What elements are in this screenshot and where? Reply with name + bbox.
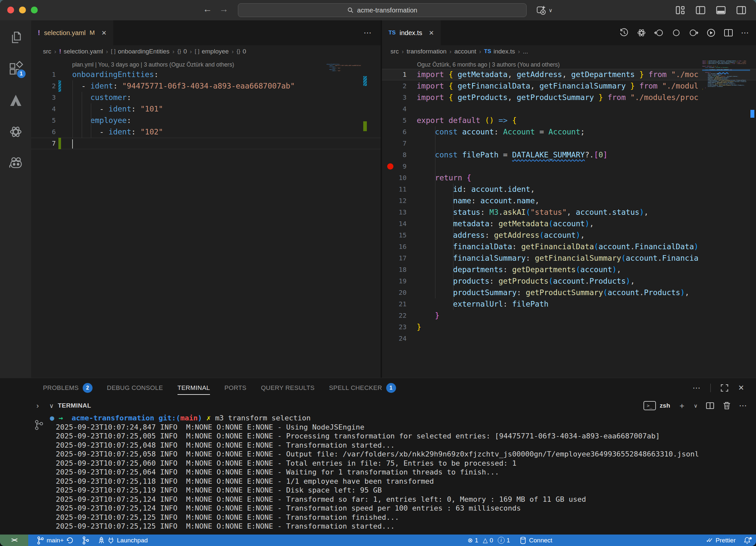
line-number[interactable]: 12 bbox=[382, 195, 407, 207]
git-branch-item[interactable]: main+ bbox=[37, 536, 73, 545]
breadcrumb-item[interactable]: transformation bbox=[407, 48, 446, 55]
run-file-icon[interactable] bbox=[706, 28, 716, 38]
line-number[interactable]: 7 bbox=[382, 138, 407, 149]
split-terminal-icon[interactable] bbox=[705, 401, 715, 410]
ai-chat-icon[interactable] bbox=[637, 28, 646, 38]
copilot-menu[interactable]: ∨ bbox=[535, 5, 553, 16]
expand-icon[interactable]: › bbox=[36, 402, 39, 410]
line-number[interactable]: 2 bbox=[31, 80, 56, 92]
code-line[interactable]: 5export default () => { bbox=[382, 115, 756, 126]
line-number[interactable]: 17 bbox=[382, 253, 407, 264]
split-editor-icon[interactable] bbox=[724, 28, 733, 38]
breadcrumb-item[interactable]: [ ]employee bbox=[195, 48, 229, 55]
navigate-forward-icon[interactable]: → bbox=[219, 4, 228, 14]
line-number[interactable]: 15 bbox=[382, 230, 407, 241]
atlassian-icon[interactable] bbox=[8, 93, 24, 108]
line-number[interactable]: 1 bbox=[382, 69, 407, 80]
yaml-editor[interactable]: 1onboardingEntities:2 - ident: "94475771… bbox=[31, 69, 381, 149]
breakpoint-icon[interactable] bbox=[387, 163, 393, 170]
panel-tab-query-results[interactable]: QUERY RESULTS bbox=[261, 378, 315, 398]
code-line[interactable]: 8 const filePath = DATALAKE_SUMMARY?.[0] bbox=[382, 149, 756, 161]
openai-icon[interactable] bbox=[8, 124, 24, 140]
line-number[interactable]: 22 bbox=[382, 310, 407, 321]
line-number[interactable]: 19 bbox=[382, 275, 407, 287]
terminal-dropdown-icon[interactable]: ∨ bbox=[694, 403, 698, 409]
line-number[interactable]: 3 bbox=[382, 92, 407, 103]
line-number[interactable]: 18 bbox=[382, 264, 407, 275]
breadcrumb-item[interactable]: TSindex.ts bbox=[484, 48, 515, 55]
line-number[interactable]: 16 bbox=[382, 241, 407, 253]
line-number[interactable]: 4 bbox=[382, 103, 407, 115]
terminal-output[interactable]: ● → acme-transformation git:(main) ✗ m3 … bbox=[46, 413, 753, 535]
code-line[interactable]: 19 products: getProducts(account.Product… bbox=[382, 275, 756, 287]
panel-tab-spell-checker[interactable]: SPELL CHECKER1 bbox=[329, 378, 396, 398]
git-graph-icon[interactable] bbox=[34, 419, 44, 430]
line-number[interactable]: 5 bbox=[382, 115, 407, 126]
panel-tab-problems[interactable]: PROBLEMS2 bbox=[43, 378, 93, 398]
breadcrumb-item[interactable]: [ ]onboardingEntities bbox=[111, 48, 170, 55]
code-line[interactable]: 4 - ident: "101" bbox=[31, 103, 381, 115]
code-line[interactable]: 3import { getProducts, getProductSummary… bbox=[382, 92, 756, 103]
step-over-icon[interactable] bbox=[689, 28, 699, 38]
breadcrumb-item[interactable]: {}0 bbox=[237, 48, 246, 55]
minimap[interactable]: onboardingEntities: - ident: "94475771-0… bbox=[326, 64, 363, 73]
timeline-history-icon[interactable] bbox=[619, 28, 629, 38]
line-number[interactable]: 24 bbox=[382, 333, 407, 344]
toggle-panel-icon[interactable] bbox=[715, 5, 726, 16]
code-line[interactable]: 24 bbox=[382, 333, 756, 344]
maximize-panel-icon[interactable] bbox=[720, 383, 729, 392]
codelens[interactable]: Oguz Öztürk, 6 months ago | 3 authors (Y… bbox=[382, 58, 756, 69]
problems-item[interactable]: ⊗ 1 △ 0 i 1 bbox=[468, 536, 510, 544]
code-line[interactable]: 13 status: M3.askAI("status", account.st… bbox=[382, 207, 756, 218]
more-actions-icon[interactable]: ⋯ bbox=[741, 28, 749, 37]
breadcrumb-item[interactable]: src bbox=[390, 48, 399, 55]
code-line[interactable]: 4 bbox=[382, 103, 756, 115]
zoom-window-button[interactable] bbox=[31, 7, 38, 13]
panel-tab-ports[interactable]: PORTS bbox=[224, 378, 246, 398]
panel-tab-debug-console[interactable]: DEBUG CONSOLE bbox=[107, 378, 163, 398]
line-number[interactable]: 10 bbox=[382, 172, 407, 184]
code-line[interactable]: 5 employee: bbox=[31, 115, 381, 126]
toggle-secondary-sidebar-icon[interactable] bbox=[736, 5, 747, 16]
line-number[interactable]: 5 bbox=[31, 115, 56, 126]
record-circle-icon[interactable] bbox=[671, 28, 681, 38]
code-line[interactable]: 12 name: account.name, bbox=[382, 195, 756, 207]
code-line[interactable]: 1import { getMetadata, getAddress, getDe… bbox=[382, 69, 756, 80]
explorer-icon[interactable] bbox=[8, 30, 24, 45]
line-number[interactable]: 6 bbox=[382, 126, 407, 138]
close-tab-icon[interactable]: ✕ bbox=[429, 29, 434, 37]
code-line[interactable]: 14 metadata: getMetadata(account), bbox=[382, 218, 756, 230]
customize-layout-icon[interactable] bbox=[675, 5, 686, 16]
code-line[interactable]: 18 departments: getDepartments(account), bbox=[382, 264, 756, 275]
breadcrumb-item[interactable]: account bbox=[454, 48, 476, 55]
breadcrumb-item[interactable]: src bbox=[43, 48, 51, 55]
line-number[interactable]: 9 bbox=[382, 161, 407, 172]
notifications-item[interactable] bbox=[744, 536, 751, 544]
code-line[interactable]: 6 - ident: "102" bbox=[31, 126, 381, 138]
terminal-more-icon[interactable]: ⋯ bbox=[739, 401, 747, 410]
more-actions-icon[interactable]: ⋯ bbox=[364, 28, 372, 37]
remote-indicator[interactable]: >< bbox=[0, 535, 28, 546]
line-number[interactable]: 4 bbox=[31, 103, 56, 115]
close-panel-icon[interactable]: ✕ bbox=[738, 384, 744, 392]
line-number[interactable]: 11 bbox=[382, 184, 407, 195]
close-window-button[interactable] bbox=[7, 7, 14, 13]
code-line[interactable]: 2import { getFinancialData, getFinancial… bbox=[382, 80, 756, 92]
panel-more-actions-icon[interactable]: ⋯ bbox=[693, 383, 701, 392]
code-line[interactable]: 23} bbox=[382, 321, 756, 333]
line-number[interactable]: 14 bbox=[382, 218, 407, 230]
code-line[interactable]: 15 address: getAddress(account), bbox=[382, 230, 756, 241]
launchpad-item[interactable]: Launchpad bbox=[98, 536, 148, 544]
navigate-back-icon[interactable]: ← bbox=[203, 4, 212, 14]
line-number[interactable]: 1 bbox=[31, 69, 56, 80]
ai-assistant-icon[interactable] bbox=[8, 156, 24, 171]
code-line[interactable]: 10 return { bbox=[382, 172, 756, 184]
minimap[interactable]: import { getMetadata, getAddress, getDep… bbox=[702, 61, 750, 92]
command-center-search[interactable]: acme-transformation bbox=[238, 3, 527, 17]
toggle-primary-sidebar-icon[interactable] bbox=[695, 5, 706, 16]
line-number[interactable]: 2 bbox=[382, 80, 407, 92]
line-number[interactable]: 13 bbox=[382, 207, 407, 218]
line-number[interactable]: 7 bbox=[31, 138, 56, 149]
code-line[interactable]: 20 productSummary: getProductSummary(acc… bbox=[382, 287, 756, 298]
tab-selection-yaml[interactable]: ! selection.yaml M ✕ bbox=[31, 20, 113, 45]
